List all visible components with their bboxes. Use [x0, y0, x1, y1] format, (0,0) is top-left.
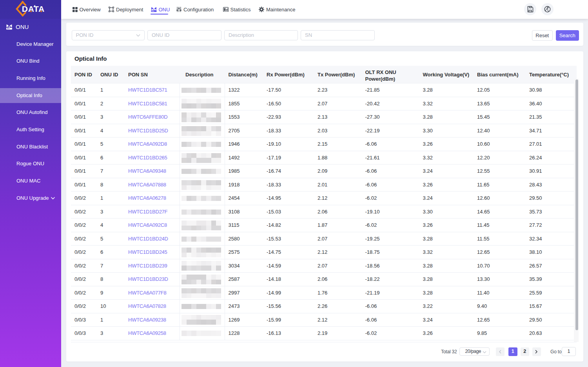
svg-text:DATA: DATA	[22, 4, 45, 13]
